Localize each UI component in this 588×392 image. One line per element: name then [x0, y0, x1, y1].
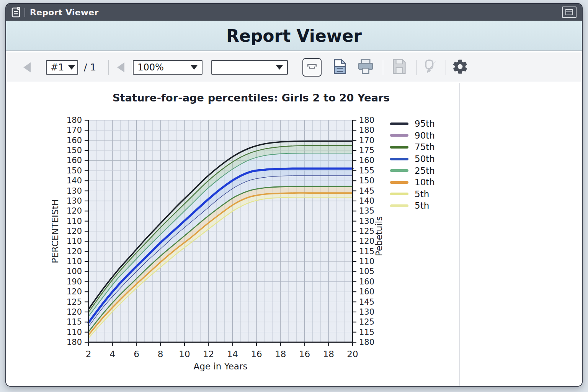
- svg-text:175: 175: [359, 146, 374, 155]
- fit-width-icon: [306, 62, 318, 73]
- svg-text:170: 170: [67, 126, 82, 135]
- toolbar-separator: [446, 60, 446, 75]
- svg-text:120: 120: [67, 227, 82, 236]
- svg-text:120: 120: [67, 287, 82, 296]
- svg-text:150: 150: [67, 146, 82, 155]
- svg-text:110: 110: [67, 237, 82, 246]
- svg-text:125: 125: [67, 297, 82, 307]
- legend-swatch: [390, 134, 408, 137]
- svg-text:120: 120: [67, 307, 82, 317]
- legend-item: 90th: [390, 130, 435, 142]
- zoom-select-value: 100%: [137, 62, 186, 73]
- svg-text:120: 120: [359, 237, 374, 246]
- legend-swatch: [390, 146, 408, 149]
- export-document-icon: [333, 59, 347, 76]
- legend-item: 95th: [390, 118, 435, 130]
- svg-text:160: 160: [359, 287, 374, 296]
- signature-button[interactable]: [422, 58, 439, 77]
- report-viewer-window: Report Viewer Report Viewer #1 / 1 100%: [5, 3, 583, 387]
- content-divider: [459, 83, 460, 386]
- legend-item: 5th: [390, 200, 435, 212]
- back-button[interactable]: [117, 62, 124, 72]
- legend-item: 25th: [390, 165, 435, 176]
- legend-swatch: [390, 169, 408, 172]
- report-select[interactable]: [211, 60, 288, 75]
- svg-text:115: 115: [359, 247, 374, 256]
- svg-text:140: 140: [359, 196, 374, 206]
- export-report-button[interactable]: [331, 58, 349, 77]
- page-total-label: / 1: [84, 62, 96, 73]
- svg-text:180: 180: [67, 338, 82, 347]
- svg-text:130: 130: [67, 196, 82, 206]
- window-title: Report Viewer: [30, 8, 99, 17]
- previous-page-button[interactable]: [23, 62, 31, 72]
- report-header-band: Report Viewer: [6, 21, 582, 51]
- svg-text:10: 10: [179, 349, 190, 359]
- svg-text:180: 180: [359, 338, 374, 347]
- svg-text:140: 140: [67, 176, 82, 185]
- svg-text:8: 8: [158, 349, 163, 359]
- toolbar-separator: [383, 60, 383, 75]
- legend-swatch: [390, 181, 408, 184]
- svg-text:150: 150: [67, 166, 82, 175]
- settings-button[interactable]: [451, 58, 470, 77]
- chevron-down-icon: [190, 65, 198, 70]
- report-content: Stature-for-age percentiles: Girls 2 to …: [6, 83, 582, 386]
- svg-text:110: 110: [359, 257, 374, 266]
- legend-label: 95th: [415, 119, 435, 129]
- svg-text:105: 105: [359, 267, 374, 276]
- chevron-down-icon: [68, 65, 75, 70]
- svg-text:2: 2: [86, 349, 91, 359]
- svg-text:Pebetuils: Pebetuils: [374, 216, 384, 256]
- svg-text:145: 145: [359, 297, 374, 307]
- svg-text:130: 130: [67, 186, 82, 196]
- svg-text:14: 14: [227, 349, 238, 359]
- toolbar-separator: [416, 60, 416, 75]
- svg-text:110: 110: [67, 257, 82, 266]
- page-title: Report Viewer: [226, 26, 362, 46]
- svg-text:110: 110: [67, 328, 82, 337]
- legend-item: 50th: [390, 153, 435, 165]
- svg-text:145: 145: [359, 186, 374, 196]
- svg-text:20: 20: [347, 349, 358, 359]
- legend-label: 90th: [415, 131, 435, 140]
- svg-text:135: 135: [359, 206, 374, 216]
- legend-swatch: [390, 193, 408, 195]
- restore-window-icon: [565, 9, 573, 15]
- toolbar-separator: [108, 60, 109, 75]
- svg-text:110: 110: [67, 217, 82, 226]
- svg-text:180: 180: [359, 126, 374, 135]
- svg-text:160: 160: [359, 156, 374, 165]
- chart-legend: 95th90th75th50th25th10th5th5th: [390, 118, 435, 212]
- chart-title: Stature-for-age percentiles: Girls 2 to …: [67, 92, 435, 104]
- restore-window-button[interactable]: [562, 7, 577, 18]
- svg-text:4: 4: [109, 349, 115, 359]
- zoom-select[interactable]: 100%: [133, 60, 203, 75]
- svg-text:115: 115: [359, 328, 374, 337]
- legend-label: 5th: [415, 189, 429, 199]
- svg-text:120: 120: [67, 206, 82, 216]
- legend-label: 75th: [415, 142, 435, 152]
- legend-swatch: [390, 122, 408, 125]
- legend-item: 10th: [390, 176, 435, 188]
- svg-text:155: 155: [359, 166, 374, 175]
- report-document-icon: [11, 7, 21, 18]
- legend-label: 5th: [415, 201, 429, 211]
- svg-text:130: 130: [359, 217, 374, 226]
- save-button[interactable]: [390, 58, 408, 77]
- growth-chart: 1801701601501601501401301301201101201101…: [52, 112, 385, 380]
- svg-text:160: 160: [359, 277, 374, 286]
- window-titlebar: Report Viewer: [6, 4, 582, 21]
- svg-text:12: 12: [203, 349, 214, 359]
- svg-text:PERCENTEIStH: PERCENTEIStH: [52, 199, 60, 263]
- page-select-value: #1: [51, 62, 64, 73]
- svg-text:16: 16: [251, 349, 262, 359]
- svg-text:125: 125: [359, 227, 374, 236]
- svg-text:Age in Years: Age in Years: [194, 361, 248, 371]
- fit-width-button[interactable]: [302, 58, 322, 77]
- page-select[interactable]: #1: [46, 60, 78, 75]
- gear-icon: [452, 58, 469, 76]
- svg-text:150: 150: [359, 176, 374, 185]
- legend-swatch: [390, 158, 408, 160]
- print-button[interactable]: [356, 58, 375, 77]
